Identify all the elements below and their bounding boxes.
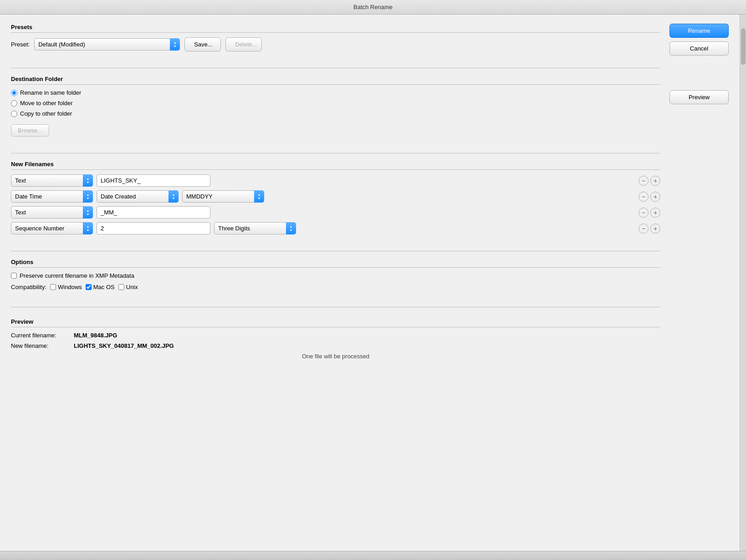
filename-row-3: Text − + [11, 206, 660, 219]
radio-move-other-input[interactable] [11, 100, 17, 107]
sequence-input-4[interactable] [97, 222, 210, 234]
type-select-2[interactable]: Date Time [11, 190, 93, 203]
cancel-button[interactable]: Cancel [669, 41, 729, 56]
titlebar: Batch Rename [0, 0, 746, 15]
row-actions-1: − + [639, 176, 660, 186]
radio-move-other-label: Move to other folder [20, 100, 73, 107]
date-select-wrap-2[interactable]: Date Created [97, 190, 179, 203]
options-header: Options [11, 259, 660, 268]
remove-row-3-button[interactable]: − [639, 208, 649, 218]
filename-row-4: Sequence Number Three Digits [11, 222, 660, 234]
radio-rename-same-label: Rename in same folder [20, 89, 81, 96]
radio-copy-other[interactable]: Copy to other folder [11, 110, 660, 117]
scrollbar-thumb[interactable] [741, 28, 746, 65]
current-filename-row: Current filename: MLM_9848.JPG [11, 332, 660, 339]
rename-button[interactable]: Rename [669, 24, 729, 38]
filename-row-1: Text − + [11, 174, 660, 187]
add-row-1-button[interactable]: + [650, 176, 660, 186]
text-input-3[interactable] [97, 206, 210, 219]
unix-compat: Unix [118, 284, 138, 290]
unix-checkbox[interactable] [118, 284, 124, 290]
type-select-3[interactable]: Text [11, 206, 93, 219]
macos-compat: Mac OS [86, 284, 115, 290]
preview-section-header: Preview [11, 318, 660, 327]
batch-rename-window: Batch Rename Presets Preset: Default (Mo… [0, 0, 746, 560]
type-select-wrap-2[interactable]: Date Time [11, 190, 93, 203]
scrollbar[interactable] [740, 15, 746, 551]
new-filenames-header: New Filenames [11, 161, 660, 170]
remove-row-2-button[interactable]: − [639, 192, 649, 202]
add-row-4-button[interactable]: + [650, 224, 660, 234]
filenames-grid: Text − + [11, 174, 660, 234]
options-section: Options Preserve current filename in XMP… [11, 259, 660, 290]
current-filename-value: MLM_9848.JPG [74, 332, 117, 339]
format-select-wrap-2[interactable]: MMDDYY [182, 190, 264, 203]
browse-button[interactable]: Browse... [11, 124, 49, 137]
add-row-3-button[interactable]: + [650, 208, 660, 218]
save-button[interactable]: Save... [184, 37, 221, 51]
current-filename-label: Current filename: [11, 332, 70, 339]
remove-row-1-button[interactable]: − [639, 176, 649, 186]
preview-footer: One file will be processed [11, 353, 660, 360]
new-filename-value: LIGHTS_SKY_040817_MM_002.JPG [74, 342, 174, 349]
main-panel: Presets Preset: Default (Modified) Save.… [11, 24, 660, 542]
macos-label: Mac OS [93, 284, 115, 290]
preview-button[interactable]: Preview [669, 90, 729, 104]
compatibility-row: Compatibility: Windows Mac OS Unix [11, 284, 660, 290]
windows-compat: Windows [50, 284, 82, 290]
radio-copy-other-label: Copy to other folder [20, 110, 72, 117]
type-select-wrap-3[interactable]: Text [11, 206, 93, 219]
row-actions-2: − + [639, 192, 660, 202]
type-select-1[interactable]: Text [11, 174, 93, 187]
add-row-2-button[interactable]: + [650, 192, 660, 202]
radio-copy-other-input[interactable] [11, 111, 17, 117]
preserve-label: Preserve current filename in XMP Metadat… [20, 272, 134, 279]
filename-row-2: Date Time Date Created [11, 190, 660, 203]
seq-format-select-wrap-4[interactable]: Three Digits [214, 222, 296, 234]
radio-move-other[interactable]: Move to other folder [11, 100, 660, 107]
macos-checkbox[interactable] [86, 284, 92, 290]
presets-section: Presets Preset: Default (Modified) Save.… [11, 24, 660, 51]
destination-header: Destination Folder [11, 76, 660, 85]
windows-label: Windows [58, 284, 82, 290]
radio-rename-same-input[interactable] [11, 90, 17, 96]
side-panel: Rename Cancel Preview [669, 24, 729, 542]
bottom-bar [0, 551, 746, 560]
seq-format-select-4[interactable]: Three Digits [214, 222, 296, 234]
new-filename-row: New filename: LIGHTS_SKY_040817_MM_002.J… [11, 342, 660, 349]
unix-label: Unix [126, 284, 138, 290]
preserve-checkbox-row: Preserve current filename in XMP Metadat… [11, 272, 660, 279]
destination-section: Destination Folder Rename in same folder… [11, 76, 660, 137]
date-select-2[interactable]: Date Created [97, 190, 179, 203]
type-select-wrap-1[interactable]: Text [11, 174, 93, 187]
row-actions-3: − + [639, 208, 660, 218]
compatibility-label: Compatibility: [11, 284, 46, 290]
format-select-2[interactable]: MMDDYY [182, 190, 264, 203]
radio-rename-same[interactable]: Rename in same folder [11, 89, 660, 96]
window-title: Batch Rename [353, 4, 393, 10]
preset-label: Preset: [11, 41, 30, 48]
row-actions-4: − + [639, 224, 660, 234]
preset-select-wrap[interactable]: Default (Modified) [34, 38, 180, 51]
type-select-4[interactable]: Sequence Number [11, 222, 93, 234]
new-filename-label: New filename: [11, 342, 70, 349]
remove-row-4-button[interactable]: − [639, 224, 649, 234]
presets-header: Presets [11, 24, 660, 33]
preset-select[interactable]: Default (Modified) [34, 38, 180, 51]
destination-radio-group: Rename in same folder Move to other fold… [11, 89, 660, 117]
new-filenames-section: New Filenames Text [11, 161, 660, 234]
preview-section: Preview Current filename: MLM_9848.JPG N… [11, 318, 660, 360]
windows-checkbox[interactable] [50, 284, 56, 290]
type-select-wrap-4[interactable]: Sequence Number [11, 222, 93, 234]
delete-button[interactable]: Delete... [225, 37, 262, 51]
text-input-1[interactable] [97, 174, 210, 187]
preserve-checkbox[interactable] [11, 273, 17, 279]
